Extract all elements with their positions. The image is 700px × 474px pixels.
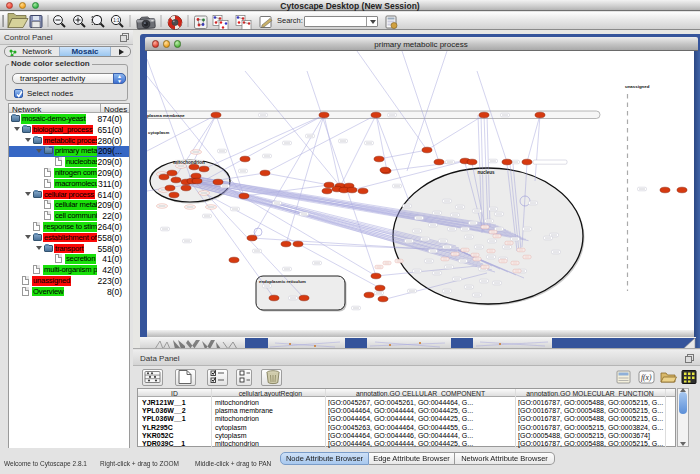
svg-text:plasma membrane: plasma membrane xyxy=(147,113,185,118)
svg-text:mitochondrion: mitochondrion xyxy=(173,160,205,165)
svg-text:unassigned: unassigned xyxy=(625,84,650,89)
svg-text:1:1: 1:1 xyxy=(113,18,120,23)
svg-text:f(x): f(x) xyxy=(641,373,652,382)
svg-text:endoplasmic reticulum: endoplasmic reticulum xyxy=(259,279,306,284)
svg-text:nucleus: nucleus xyxy=(477,170,495,175)
svg-text:cytoplasm: cytoplasm xyxy=(148,130,169,135)
